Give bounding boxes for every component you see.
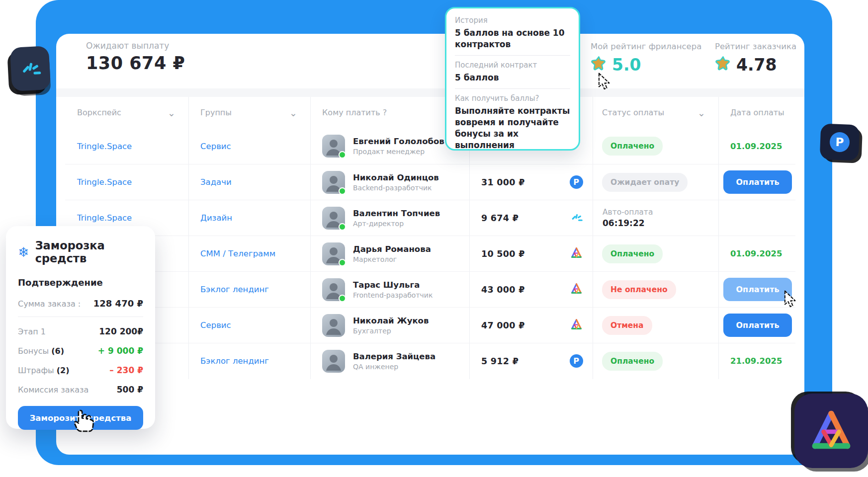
- group-link[interactable]: Дизайн: [200, 213, 232, 223]
- table-row: Tringle.Space Задачи Николай Одинцов Bac…: [65, 164, 795, 200]
- bonuses-value: + 9 000 ₽: [98, 346, 143, 356]
- group-link[interactable]: Бэклог лендинг: [200, 356, 269, 366]
- tringle-logo-badge: [794, 394, 868, 468]
- star-icon[interactable]: [591, 56, 607, 74]
- customer-rating: Рейтинг заказчика 4.78: [715, 42, 796, 75]
- freeze-popup-title: Заморозка средств: [35, 239, 143, 265]
- penalties-count: (2): [57, 366, 70, 375]
- online-status-dot: [339, 223, 346, 231]
- payee-name: Дарья Романова: [353, 244, 431, 254]
- pay-button[interactable]: Оплатить: [723, 278, 792, 301]
- avatar: [322, 207, 345, 230]
- payee-role: Арт-директор: [353, 220, 440, 228]
- tooltip-history-label: История: [455, 16, 570, 25]
- bonuses-label: Бонусы (6): [18, 346, 64, 356]
- amount: 5 912 ₽: [481, 356, 519, 366]
- status-badge: Ожидает опату: [602, 173, 688, 192]
- payment-date: 21.09.2025: [730, 356, 782, 366]
- group-link[interactable]: Сервис: [200, 320, 231, 330]
- pending-payout-value: 130 674 ₽: [86, 53, 185, 73]
- avatar: [322, 278, 345, 301]
- header-workspace[interactable]: Воркспейс ⌄: [65, 97, 188, 128]
- rating-history-tooltip: История 5 баллов на основе 10 контрактов…: [445, 7, 580, 151]
- table-row: Tringle.Space Дизайн Валентин Топчиев Ар…: [65, 200, 795, 236]
- payee-name: Валерия Зайцева: [353, 352, 435, 361]
- payee-role: Продакт менеджер: [353, 148, 444, 156]
- payment-date: 01.09.2025: [730, 142, 782, 151]
- payee-name: Валентин Топчиев: [353, 209, 440, 218]
- order-sum-label: Сумма заказа :: [18, 299, 81, 309]
- tooltip-last-contract-value: 5 баллов: [455, 72, 570, 83]
- payee-role: Frontend-разработчик: [353, 291, 433, 299]
- group-link[interactable]: Задачи: [200, 177, 232, 187]
- payee-name: Евгений Гололобов: [353, 137, 444, 146]
- pending-payout-stat: Ожидают выплату 130 674 ₽: [86, 41, 185, 73]
- group-link[interactable]: Бэклог лендинг: [200, 285, 269, 294]
- penalties-label-text: Штрафы: [18, 366, 54, 375]
- payee-name: Тарас Шульга: [353, 280, 433, 290]
- tooltip-last-contract-label: Последний контракт: [455, 61, 570, 70]
- stage-value: 120 200₽: [99, 326, 143, 336]
- tringle-triangles-icon: [570, 282, 583, 297]
- popup-divider: [18, 317, 143, 317]
- pay-button[interactable]: Оплатить: [723, 170, 792, 194]
- table-row: Tringle.Space Сервис Евгений Гололобов П…: [65, 128, 795, 164]
- tooltip-divider: [455, 88, 570, 89]
- online-status-dot: [339, 187, 346, 195]
- amount: 47 000 ₽: [481, 320, 525, 330]
- cursor-arrow-icon: [597, 73, 612, 93]
- header-groups[interactable]: Группы ⌄: [188, 97, 310, 128]
- payee-role: Бухгалтер: [353, 327, 429, 335]
- group-link[interactable]: Сервис: [200, 142, 231, 151]
- header-workspace-label: Воркспейс: [77, 108, 121, 117]
- payee-role: QA инженер: [353, 363, 435, 371]
- group-link[interactable]: СММ / Телеграмм: [200, 249, 275, 258]
- header-status-label: Статус оплаты: [602, 108, 664, 117]
- amount: 31 000 ₽: [481, 177, 525, 187]
- spark-logo-badge: [10, 46, 51, 91]
- header-date: Дата оплаты: [718, 97, 795, 128]
- table-row: Бэклог лендинг Валерия Зайцева QA инжене…: [65, 343, 795, 379]
- tringle-triangles-icon: [808, 407, 854, 455]
- order-sum-value: 128 470 ₽: [93, 298, 143, 309]
- tringle-triangles-icon: [570, 246, 583, 261]
- freeze-funds-popup: ❄ Заморозка средств Подтверждение Сумма …: [6, 226, 155, 429]
- online-status-dot: [339, 151, 346, 159]
- freelancer-rating: Мой рейтинг фрилансера 5.0: [591, 42, 701, 75]
- pay-button[interactable]: Оплатить: [723, 314, 792, 337]
- workspace-link[interactable]: Tringle.Space: [77, 177, 132, 187]
- header-status[interactable]: Статус оплаты ⌄: [593, 97, 718, 128]
- bonuses-count: (6): [51, 346, 64, 356]
- header-groups-label: Группы: [200, 108, 232, 117]
- penalties-label: Штрафы (2): [18, 366, 70, 375]
- avatar: [322, 242, 345, 265]
- status-badge: Оплачено: [602, 244, 663, 263]
- avatar: [322, 135, 345, 158]
- p-circle-icon: P: [570, 354, 583, 368]
- p-logo-badge: P: [820, 124, 860, 161]
- payee-name: Николай Одинцов: [353, 173, 439, 182]
- avatar: [322, 350, 345, 373]
- status-badge: Оплачено: [602, 352, 663, 371]
- status-badge: Не оплачено: [602, 280, 676, 299]
- freelancer-rating-label: Мой рейтинг фрилансера: [591, 42, 701, 51]
- snowflake-icon: ❄: [18, 245, 29, 259]
- table-row: Сервис Николай Жуков Бухгалтер 47 000 ₽ …: [65, 307, 795, 343]
- table-header: Воркспейс ⌄ Группы ⌄ Кому платить ? Стат…: [65, 97, 795, 128]
- workspace-link[interactable]: Tringle.Space: [77, 213, 132, 223]
- avatar: [322, 171, 345, 194]
- p-circle-icon: P: [570, 175, 583, 189]
- p-circle-icon: P: [829, 132, 850, 152]
- section-divider-strip: [56, 88, 804, 97]
- star-icon: [715, 56, 731, 74]
- amount: 43 000 ₽: [481, 285, 525, 295]
- cursor-hand-icon: [73, 405, 95, 434]
- status-badge: Отмена: [602, 316, 652, 335]
- customer-rating-value: 4.78: [736, 55, 777, 75]
- online-status-dot: [339, 295, 346, 302]
- payments-table: Tringle.Space Сервис Евгений Гололобов П…: [65, 128, 795, 379]
- cursor-arrow-icon: [782, 290, 798, 311]
- tringle-triangles-icon: [570, 318, 583, 332]
- workspace-link[interactable]: Tringle.Space: [77, 142, 132, 151]
- table-row: СММ / Телеграмм Дарья Романова Маркетоло…: [65, 236, 795, 271]
